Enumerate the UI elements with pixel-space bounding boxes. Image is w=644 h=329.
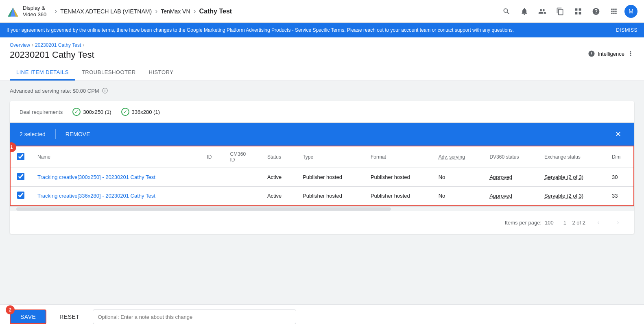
row-1-id	[201, 168, 224, 187]
selection-count: 2 selected	[20, 131, 46, 137]
row-2-format: Publisher hosted	[364, 187, 432, 205]
logo[interactable]: Display & Video 360	[7, 5, 46, 18]
horizontal-scrollbar[interactable]	[16, 207, 391, 211]
col-dim: Dim	[605, 146, 633, 168]
contacts-icon	[538, 7, 546, 15]
row-1-dim: 30	[605, 168, 633, 187]
deal-requirements-label: Deal requirements	[20, 109, 63, 115]
note-input[interactable]	[93, 309, 296, 324]
row-1-exchange-status: Servable (2 of 3)	[538, 168, 605, 187]
row-1-checkbox[interactable]	[17, 173, 24, 180]
nav-icons: M	[499, 4, 637, 19]
logo-icon	[7, 5, 20, 18]
logo-text: Display & Video 360	[23, 5, 46, 17]
banner-text: If your agreement is governed by the onl…	[7, 27, 616, 33]
col-status: Status	[261, 146, 296, 168]
prev-page-button[interactable]: ‹	[592, 216, 605, 229]
page-header: Overview › 20230201 Cathy Test › 2023020…	[0, 37, 644, 81]
row-1-status: Active	[261, 168, 296, 187]
row-1-type: Publisher hosted	[296, 168, 364, 187]
main-content: Advanced ad serving rate: $0.00 CPM ⓘ De…	[0, 81, 644, 329]
row-2-cm360id	[223, 187, 260, 205]
pagination-row: Items per page: 100 1 – 2 of 2 ‹ ›	[10, 211, 634, 234]
breadcrumb-item[interactable]: 20230201 Cathy Test	[35, 42, 81, 48]
copy-icon	[556, 7, 564, 15]
col-name: Name	[31, 146, 201, 168]
pagination-info: Items per page: 100 1 – 2 of 2	[505, 220, 585, 226]
creatives-card: Deal requirements ✓ 300x250 (1) ✓ 336x28…	[10, 101, 634, 234]
deal-item-336x280-label: 336x280 (1)	[132, 109, 160, 115]
notifications-icon-btn[interactable]	[517, 4, 532, 19]
contacts-icon-btn[interactable]	[535, 4, 550, 19]
apps-icon	[610, 7, 618, 15]
serving-rate-label: Advanced ad serving rate: $0.00 CPM ⓘ	[10, 87, 634, 95]
save-button[interactable]: SAVE	[10, 309, 46, 324]
breadcrumb-sep-1: ›	[32, 42, 33, 48]
save-badge: 2	[6, 305, 15, 314]
nav-item-page[interactable]: Cathy Test	[199, 8, 232, 15]
tab-line-item-details[interactable]: LINE ITEM DETAILS	[10, 65, 75, 81]
banner-dismiss-button[interactable]: DISMISS	[616, 27, 637, 33]
intelligence-settings-icon	[627, 50, 634, 57]
selection-bar: 2 selected REMOVE ✕	[10, 123, 634, 146]
table-row: Tracking creative[336x280] - 20230201 Ca…	[11, 187, 633, 205]
help-icon	[592, 7, 600, 15]
row-2-status: Active	[261, 187, 296, 205]
table-row: Tracking creative[300x250] - 20230201 Ca…	[11, 168, 633, 187]
copy-icon-btn[interactable]	[553, 4, 568, 19]
row-1-format: Publisher hosted	[364, 168, 432, 187]
row-2-exchange-status: Servable (2 of 3)	[538, 187, 605, 205]
save-button-wrapper: 2 SAVE	[10, 309, 46, 324]
col-exchange-status: Exchange status	[538, 146, 605, 168]
deal-item-300x250: ✓ 300x250 (1)	[72, 108, 111, 116]
breadcrumb: Overview › 20230201 Cathy Test ›	[10, 42, 94, 48]
col-type: Type	[296, 146, 364, 168]
row-2-type: Publisher hosted	[296, 187, 364, 205]
alert-icon	[588, 50, 595, 57]
page-title: 20230201 Cathy Test	[10, 50, 94, 60]
row-2-adv-serving: No	[432, 187, 483, 205]
row-1-name[interactable]: Tracking creative[300x250] - 20230201 Ca…	[37, 174, 155, 180]
col-adv-serving: Adv. serving	[432, 146, 483, 168]
deal-item-336x280: ✓ 336x280 (1)	[121, 108, 160, 116]
intelligence-button[interactable]: Intelligence	[588, 50, 634, 57]
nav-item-account[interactable]: TenMax VN	[161, 8, 190, 15]
items-per-page-label: Items per page:	[505, 220, 541, 226]
selection-close-button[interactable]: ✕	[611, 128, 624, 141]
serving-rate-help-icon[interactable]: ⓘ	[102, 87, 108, 95]
row-2-name[interactable]: Tracking creative[336x280] - 20230201 Ca…	[37, 193, 155, 199]
breadcrumb-overview[interactable]: Overview	[10, 42, 30, 48]
selection-divider	[55, 129, 56, 139]
row-2-checkbox[interactable]	[17, 192, 24, 199]
grid-icon-btn[interactable]	[571, 4, 585, 19]
table-wrapper: Name ID CM360ID Status Type Format Adv. …	[10, 146, 634, 206]
pagination-range: 1 – 2 of 2	[563, 220, 585, 226]
tab-troubleshooter[interactable]: TROUBLESHOOTER	[75, 65, 142, 81]
col-id: ID	[201, 146, 224, 168]
check-icon-336: ✓	[121, 108, 129, 116]
select-all-checkbox[interactable]	[17, 153, 24, 160]
row-1-adv-serving: No	[432, 168, 483, 187]
row-1-dv360-status: Approved	[483, 168, 538, 187]
nav-sep-1: ›	[55, 7, 57, 15]
remove-button[interactable]: REMOVE	[65, 131, 90, 137]
nav-sep-2: ›	[155, 7, 157, 15]
table-container: 1 Name ID CM360ID Status Type	[10, 146, 634, 206]
top-nav: Display & Video 360 › TENMAX ADTECH LAB …	[0, 0, 644, 23]
deal-item-300x250-label: 300x250 (1)	[83, 109, 111, 115]
apps-icon-btn[interactable]	[607, 4, 621, 19]
scrollbar-area	[10, 206, 634, 211]
avatar[interactable]: M	[624, 5, 637, 18]
check-icon-300: ✓	[72, 108, 81, 116]
items-per-page-value: 100	[545, 220, 554, 226]
search-icon-btn[interactable]	[499, 4, 514, 19]
creatives-table: Name ID CM360ID Status Type Format Adv. …	[11, 146, 633, 205]
help-icon-btn[interactable]	[589, 4, 603, 19]
reset-button[interactable]: RESET	[53, 310, 86, 323]
breadcrumb-sep-2: ›	[83, 42, 84, 48]
row-2-id	[201, 187, 224, 205]
next-page-button[interactable]: ›	[611, 216, 624, 229]
tab-history[interactable]: HISTORY	[142, 65, 180, 81]
notifications-icon	[520, 7, 528, 15]
nav-item-org[interactable]: TENMAX ADTECH LAB (VIETNAM)	[60, 8, 152, 15]
